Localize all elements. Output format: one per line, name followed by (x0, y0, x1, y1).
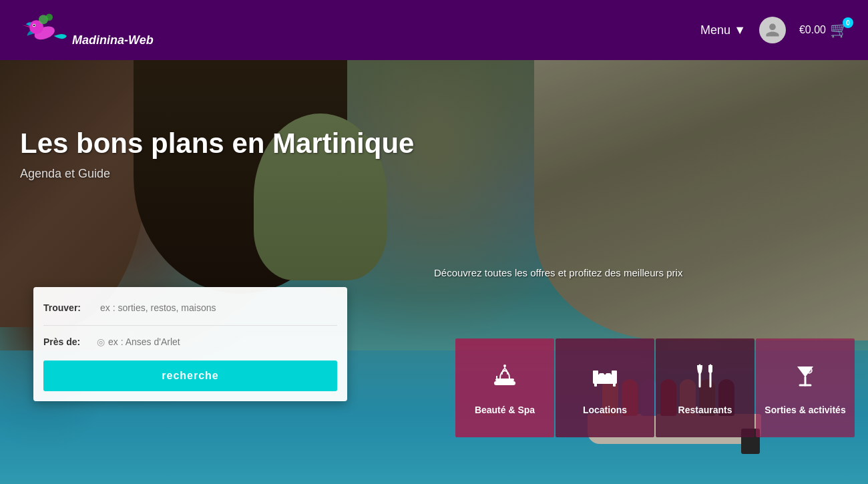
category-locations[interactable]: Locations (556, 338, 654, 437)
pres-de-label: Près de: (43, 336, 97, 347)
discover-text: Découvrez toutes les offres et profitez … (434, 267, 682, 278)
cart-price: €0.00 (799, 24, 826, 36)
spa-svg (490, 361, 519, 391)
trouver-label: Trouver: (43, 302, 97, 313)
sorties-icon (791, 361, 820, 397)
menu-label: Menu (700, 23, 730, 37)
beaute-spa-icon (490, 361, 519, 397)
cart-area[interactable]: €0.00 🛒 0 (799, 21, 848, 39)
search-divider (43, 325, 337, 326)
svg-point-10 (503, 365, 506, 367)
category-restaurants[interactable]: Restaurants (656, 338, 754, 437)
svg-rect-17 (594, 383, 597, 387)
search-input[interactable] (97, 297, 337, 318)
restaurants-label: Restaurants (678, 405, 732, 415)
location-icon: ◎ (97, 336, 105, 347)
hero-section: Les bons plans en Martinique Agenda et G… (0, 60, 868, 484)
svg-rect-13 (593, 371, 598, 379)
location-input[interactable] (108, 331, 337, 352)
category-sorties[interactable]: Sorties & activités (756, 338, 855, 437)
logo-bird-icon (20, 7, 67, 53)
locations-label: Locations (583, 405, 627, 415)
menu-button[interactable]: Menu ▼ (700, 23, 746, 37)
menu-arrow-icon: ▼ (734, 23, 746, 37)
hero-subtitle: Agenda et Guide (20, 167, 414, 181)
cart-badge: 0 (843, 17, 853, 28)
svg-rect-14 (612, 371, 617, 379)
header: Madinina-Web Menu ▼ €0.00 🛒 0 (0, 0, 868, 60)
search-button[interactable]: recherche (43, 360, 337, 391)
search-trouver-row: Trouver: (43, 297, 337, 318)
hero-text-area: Les bons plans en Martinique Agenda et G… (20, 127, 414, 181)
svg-rect-16 (606, 373, 611, 377)
svg-point-3 (33, 25, 35, 27)
category-beaute-spa[interactable]: Beauté & Spa (455, 338, 554, 437)
hero-title: Les bons plans en Martinique (20, 127, 414, 160)
bed-svg (590, 361, 620, 391)
restaurants-icon (690, 361, 720, 397)
svg-rect-18 (613, 383, 616, 387)
svg-point-5 (46, 14, 53, 21)
logo-text: Madinina-Web (72, 33, 154, 47)
user-icon (765, 22, 781, 38)
sorties-label: Sorties & activités (765, 405, 845, 415)
svg-rect-15 (599, 373, 604, 377)
locations-icon (590, 361, 620, 397)
category-grid: Beauté & Spa Locations (455, 338, 855, 437)
logo[interactable]: Madinina-Web (20, 7, 154, 53)
cocktail-svg (791, 361, 820, 391)
search-location-row: Près de: ◎ (43, 331, 337, 352)
cutlery-svg (690, 361, 720, 391)
header-right: Menu ▼ €0.00 🛒 0 (700, 17, 848, 43)
user-avatar[interactable] (759, 17, 786, 43)
beaute-spa-label: Beauté & Spa (475, 405, 535, 415)
svg-point-24 (807, 368, 812, 373)
search-box: Trouver: Près de: ◎ recherche (33, 287, 347, 401)
svg-rect-7 (494, 381, 515, 385)
svg-rect-6 (495, 379, 514, 381)
